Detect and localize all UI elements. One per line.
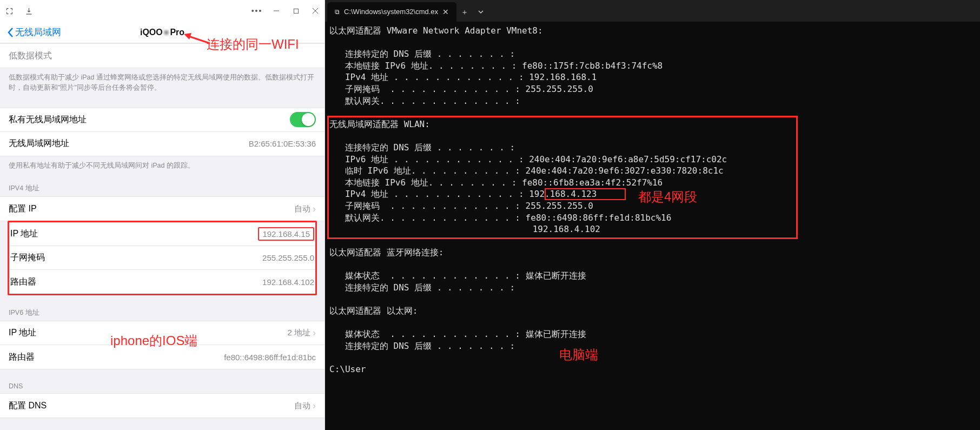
terminal-line: 本地链接 IPv6 地址. . . . . . . . : fe80::175f… [329,60,976,72]
terminal-line [329,259,976,270]
chevron-right-icon: › [313,400,316,412]
private-address-toggle[interactable] [290,112,316,127]
terminal-line [329,37,976,49]
maximize-icon[interactable] [291,6,301,16]
ipv6-section-label: IPV6 地址 [0,295,325,321]
low-data-desc: 低数据模式有助于减少 iPad 通过蜂窝网络或您选择的特定无线局域网使用的数据。… [0,68,325,94]
terminal-line: 子网掩码 . . . . . . . . . . . . : 255.255.2… [329,200,976,212]
ipv6-router-row: 路由器 fe80::6498:86ff:fe1d:81bc [0,345,325,369]
terminal-line: IPv4 地址 . . . . . . . . . . . . : 192.16… [329,188,976,200]
terminal-pane: ⧉ C:\Windows\system32\cmd.ex ✕ ＋ 以太网适配器 … [325,0,980,430]
terminal-line: 192.168.4.102 [329,223,976,235]
terminal-line: 连接特定的 DNS 后缀 . . . . . . . : [329,48,976,60]
terminal-line: 默认网关. . . . . . . . . . . . . : fe80::64… [329,212,976,224]
low-data-mode-row[interactable]: 低数据模式 [0,44,325,68]
back-button[interactable]: 无线局域网 [0,26,61,38]
terminal-line: IPv4 地址 . . . . . . . . . . . . : 192.16… [329,71,976,83]
tab-dropdown-icon[interactable] [473,2,489,22]
private-address-row[interactable]: 私有无线局域网地址 [0,108,325,132]
terminal-line [329,352,976,364]
terminal-line: 临时 IPv6 地址. . . . . . . . . . : 240e:404… [329,165,976,177]
chevron-right-icon: › [313,203,316,215]
router-row: 路由器 192.168.4.102 [9,270,315,294]
terminal-tab[interactable]: ⧉ C:\Windows\system32\cmd.ex ✕ [327,2,456,22]
download-icon[interactable] [24,6,34,16]
terminal-line [329,294,976,306]
minimize-icon[interactable] [272,6,281,16]
terminal-line: 以太网适配器 VMware Network Adapter VMnet8: [329,25,976,37]
terminal-tab-bar: ⧉ C:\Windows\system32\cmd.ex ✕ ＋ [325,0,980,22]
config-dns-row[interactable]: 配置 DNS 自动› [0,394,325,418]
page-title: iQOO ■ Pro [140,28,184,37]
terminal-line [329,317,976,329]
terminal-output[interactable]: 以太网适配器 VMware Network Adapter VMnet8: 连接… [325,22,980,380]
terminal-line: 以太网适配器 蓝牙网络连接: [329,247,976,259]
tab-title: C:\Windows\system32\cmd.ex [344,7,438,17]
tab-close-icon[interactable]: ✕ [442,7,449,17]
terminal-line: 连接特定的 DNS 后缀 . . . . . . . : [329,142,976,154]
terminal-line [329,107,976,118]
terminal-line [329,130,976,142]
window-titlebar: ••• [0,0,325,22]
terminal-line: 子网掩码 . . . . . . . . . . . . : 255.255.2… [329,83,976,95]
dns-section-label: DNS [0,369,325,393]
ipv4-section-label: IPV4 地址 [0,171,325,196]
terminal-line: 媒体状态 . . . . . . . . . . . . : 媒体已断开连接 [329,270,976,282]
ios-settings-pane: ••• 无线局域网 iQOO ■ Pro [0,0,325,430]
terminal-line: IPv6 地址 . . . . . . . . . . . . : 240e:4… [329,154,976,166]
ipv4-highlight-box: IP 地址 192.168.4.15 子网掩码 255.255.255.0 路由… [8,221,317,295]
more-icon[interactable]: ••• [252,6,262,16]
back-label: 无线局域网 [15,26,61,38]
new-tab-button[interactable]: ＋ [456,2,473,22]
cmd-icon: ⧉ [335,8,340,16]
terminal-line: 连接特定的 DNS 后缀 . . . . . . . : [329,282,976,294]
subnet-mask-row: 子网掩码 255.255.255.0 [9,246,315,270]
terminal-line: 默认网关. . . . . . . . . . . . . : [329,95,976,107]
wlan-address-row: 无线局域网地址 B2:65:61:0E:53:36 [0,132,325,156]
svg-rect-1 [294,9,298,13]
terminal-line [329,235,976,247]
private-address-desc: 使用私有地址有助于减少不同无线局域网间对 iPad 的跟踪。 [0,156,325,171]
terminal-line: 以太网适配器 以太网: [329,305,976,317]
terminal-line: 本地链接 IPv6 地址. . . . . . . . : fe80::6fb8… [329,177,976,189]
chevron-right-icon: › [313,327,316,339]
nav-bar: 无线局域网 iQOO ■ Pro [0,22,325,43]
terminal-line: 媒体状态 . . . . . . . . . . . . : 媒体已断开连接 [329,328,976,340]
ip-address-row: IP 地址 192.168.4.15 [9,222,315,246]
close-icon[interactable] [310,6,320,16]
terminal-line: 无线局域网适配器 WLAN: [329,118,976,130]
settings-content[interactable]: 低数据模式 低数据模式有助于减少 iPad 通过蜂窝网络或您选择的特定无线局域网… [0,43,325,430]
ipv6-ip-row[interactable]: IP 地址 2 地址› [0,321,325,345]
terminal-line: 连接特定的 DNS 后缀 . . . . . . . : [329,340,976,352]
ip-address-value: 192.168.4.15 [258,227,314,241]
terminal-line: C:\User [329,363,976,375]
config-ip-row[interactable]: 配置 IP 自动› [0,197,325,221]
fullscreen-icon[interactable] [4,6,14,16]
